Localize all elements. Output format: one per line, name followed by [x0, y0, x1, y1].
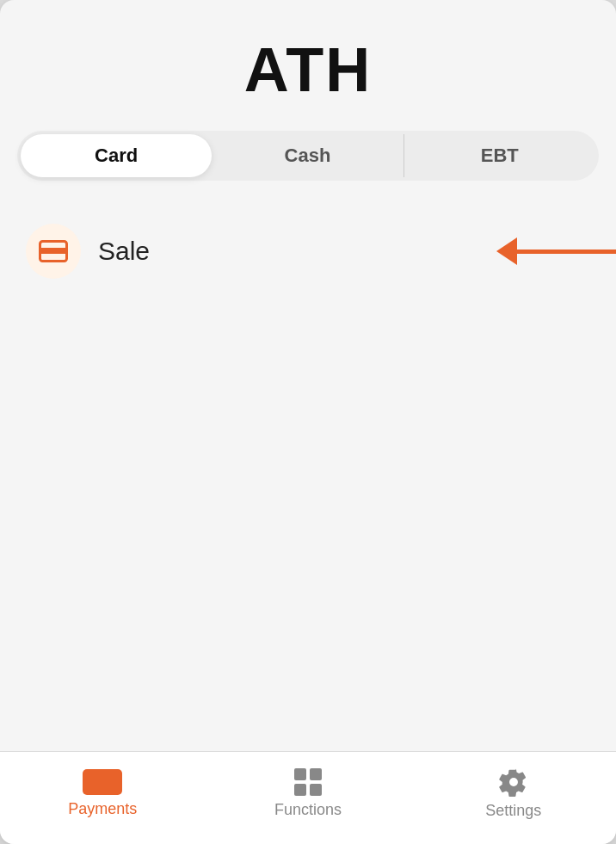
payments-icon — [83, 769, 122, 795]
credit-card-icon — [39, 240, 68, 262]
sale-section: Sale — [0, 206, 616, 296]
sale-label[interactable]: Sale — [98, 237, 150, 266]
functions-icon — [294, 768, 322, 796]
functions-label: Functions — [274, 801, 342, 819]
app-container: ATH Card Cash EBT — [0, 0, 616, 844]
tab-cash[interactable]: Cash — [212, 134, 403, 177]
grid-cell-3 — [294, 784, 306, 796]
payment-type-tabs: Card Cash EBT — [17, 131, 599, 181]
bottom-nav: Payments Functions — [0, 751, 616, 844]
grid-cell-4 — [310, 784, 322, 796]
nav-item-functions[interactable]: Functions — [206, 761, 411, 827]
settings-label: Settings — [485, 802, 541, 820]
grid-icon — [294, 768, 322, 796]
payments-label: Payments — [68, 800, 137, 818]
arrow-line — [513, 250, 616, 254]
grid-cell-1 — [294, 768, 306, 780]
tab-ebt[interactable]: EBT — [403, 134, 595, 177]
settings-icon — [499, 767, 528, 797]
arrow-annotation — [496, 237, 616, 265]
logo-section: ATH — [0, 0, 616, 131]
tab-cash-label: Cash — [285, 145, 331, 166]
nav-item-settings[interactable]: Settings — [410, 761, 616, 827]
tab-ebt-label: EBT — [481, 145, 519, 166]
sale-icon-wrapper — [26, 224, 81, 279]
nav-item-payments[interactable]: Payments — [0, 761, 206, 827]
svg-rect-1 — [39, 248, 68, 254]
gear-icon — [499, 767, 528, 797]
tab-card-label: Card — [95, 145, 138, 166]
main-content: ATH Card Cash EBT — [0, 0, 616, 844]
app-logo: ATH — [244, 34, 373, 105]
tab-card[interactable]: Card — [21, 134, 212, 177]
logo-text: ATH — [244, 35, 373, 104]
grid-cell-2 — [310, 768, 322, 780]
svg-rect-2 — [83, 769, 122, 795]
